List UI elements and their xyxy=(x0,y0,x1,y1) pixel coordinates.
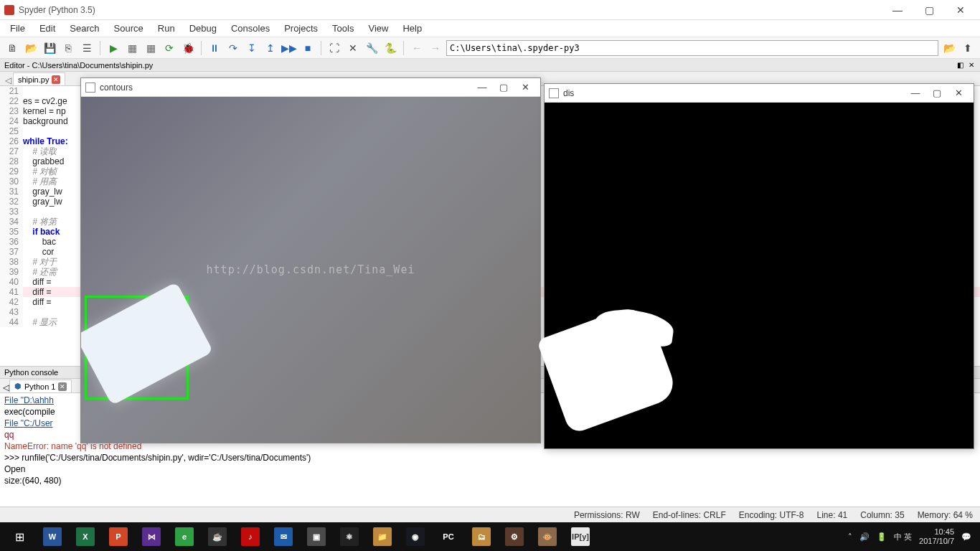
tab-close-icon[interactable]: ✕ xyxy=(58,382,67,391)
menu-projects[interactable]: Projects xyxy=(277,23,325,34)
status-line: Line: 41 xyxy=(817,510,848,520)
window-icon xyxy=(549,88,559,98)
tab-close-icon[interactable]: ✕ xyxy=(52,75,60,84)
tray-ime-icon[interactable]: 中 英 xyxy=(894,532,912,542)
status-encoding: Encoding: UTF-8 xyxy=(739,510,804,520)
separator xyxy=(100,41,100,55)
step-in-icon[interactable]: ↧ xyxy=(244,40,260,56)
taskbar-pycharm-icon[interactable]: PC xyxy=(432,523,465,550)
menu-tools[interactable]: Tools xyxy=(325,23,361,34)
python-path-icon[interactable]: 🐍 xyxy=(382,40,398,56)
taskbar-steam-icon[interactable]: ◉ xyxy=(399,523,432,550)
taskbar-netease-icon[interactable]: ♪ xyxy=(234,523,267,550)
taskbar-explorer-icon[interactable]: 🗂 xyxy=(465,523,498,550)
open-file-icon[interactable]: 📂 xyxy=(23,40,39,56)
taskbar-folder-icon[interactable]: 📁 xyxy=(366,523,399,550)
dis-image xyxy=(545,103,974,448)
popup-title: contours xyxy=(100,83,471,93)
parent-dir-icon[interactable]: ⬆ xyxy=(960,40,976,56)
maximize-button[interactable]: ▢ xyxy=(493,82,514,93)
menu-bar: File Edit Search Source Run Debug Consol… xyxy=(0,20,980,37)
menu-search[interactable]: Search xyxy=(62,23,106,34)
menu-file[interactable]: File xyxy=(3,23,32,34)
step-over-icon[interactable]: ↷ xyxy=(225,40,241,56)
taskbar-excel-icon[interactable]: X xyxy=(69,523,102,550)
editor-path-label: Editor - C:\Users\tina\Documents\shipin.… xyxy=(4,61,153,70)
console-tab-python1[interactable]: ⬢ Python 1 ✕ xyxy=(9,380,72,392)
status-column: Column: 35 xyxy=(860,510,904,520)
maximize-pane-icon[interactable]: ⛶ xyxy=(326,40,342,56)
system-tray[interactable]: ˄ 🔊 🔋 中 英 10:452017/10/7 💬 xyxy=(848,527,977,546)
console-line: Open xyxy=(4,463,976,475)
taskbar-atom-icon[interactable]: ⚛ xyxy=(333,523,366,550)
back-icon[interactable]: ← xyxy=(409,40,425,56)
close-button[interactable]: ✕ xyxy=(948,88,969,98)
minimize-button[interactable]: — xyxy=(905,88,926,98)
working-dir-input[interactable] xyxy=(446,40,938,56)
save-icon[interactable]: 💾 xyxy=(42,40,57,56)
contours-image: http://blog.csdn.net/Tina_Wei xyxy=(81,97,540,443)
popup-title-bar[interactable]: dis — ▢ ✕ xyxy=(545,84,974,103)
taskbar-java-icon[interactable]: ☕ xyxy=(201,523,234,550)
new-file-icon[interactable]: 🗎 xyxy=(4,40,20,56)
taskbar-jupyter-icon[interactable]: IP[y] xyxy=(564,523,597,550)
menu-view[interactable]: View xyxy=(361,23,395,34)
window-icon xyxy=(85,83,95,93)
run-cell-icon[interactable]: ▦ xyxy=(124,40,140,56)
maximize-button[interactable]: ▢ xyxy=(926,88,948,98)
taskbar-vm-icon[interactable]: ▣ xyxy=(300,523,333,550)
tab-prev-icon[interactable]: ◁ xyxy=(3,382,9,392)
menu-edit[interactable]: Edit xyxy=(32,23,62,34)
console-line: >>> runfile('C:/Users/tina/Documents/shi… xyxy=(4,452,976,463)
close-button[interactable]: ✕ xyxy=(951,4,970,16)
menu-source[interactable]: Source xyxy=(107,23,151,34)
maximize-button[interactable]: ▢ xyxy=(920,4,938,16)
separator xyxy=(403,41,404,55)
browse-dir-icon[interactable]: 📂 xyxy=(941,40,957,56)
start-button[interactable]: ⊞ xyxy=(3,523,36,550)
fullscreen-icon[interactable]: ✕ xyxy=(345,40,361,56)
stop-icon[interactable]: ■ xyxy=(300,40,316,56)
step-out-icon[interactable]: ↥ xyxy=(263,40,278,56)
popup-title-bar[interactable]: contours — ▢ ✕ xyxy=(81,78,540,97)
tab-prev-icon[interactable]: ◁ xyxy=(3,75,13,85)
menu-help[interactable]: Help xyxy=(395,23,429,34)
menu-run[interactable]: Run xyxy=(151,23,182,34)
run-icon[interactable]: ▶ xyxy=(105,40,121,56)
tray-chevron-icon[interactable]: ˄ xyxy=(848,532,852,542)
editor-pane-title: Editor - C:\Users\tina\Documents\shipin.… xyxy=(0,59,980,72)
taskbar-visualstudio-icon[interactable]: ⋈ xyxy=(135,523,168,550)
detected-object xyxy=(81,282,213,405)
debug-icon[interactable]: 🐞 xyxy=(180,40,196,56)
step-pause-icon[interactable]: ⏸ xyxy=(207,40,222,56)
run-selection-icon[interactable]: ⟳ xyxy=(161,40,177,56)
window-contours[interactable]: contours — ▢ ✕ http://blog.csdn.net/Tina… xyxy=(80,77,541,443)
save-all-icon[interactable]: ⎘ xyxy=(60,40,76,56)
preferences-icon[interactable]: 🔧 xyxy=(364,40,380,56)
tray-volume-icon[interactable]: 🔊 xyxy=(859,532,870,542)
tray-battery-icon[interactable]: 🔋 xyxy=(877,532,887,542)
tray-clock[interactable]: 10:452017/10/7 xyxy=(919,527,954,546)
close-button[interactable]: ✕ xyxy=(514,82,536,93)
list-icon[interactable]: ☰ xyxy=(79,40,95,56)
taskbar-powerpoint-icon[interactable]: P xyxy=(102,523,135,550)
run-cell-advance-icon[interactable]: ▦ xyxy=(143,40,159,56)
taskbar-word-icon[interactable]: W xyxy=(36,523,69,550)
tray-notifications-icon[interactable]: 💬 xyxy=(961,532,971,542)
windows-taskbar: ⊞ W X P ⋈ e ☕ ♪ ✉ ▣ ⚛ 📁 ◉ PC 🗂 ⚙ 🐵 IP[y]… xyxy=(0,522,980,551)
pane-controls[interactable]: ◧ ✕ xyxy=(957,61,976,69)
menu-debug[interactable]: Debug xyxy=(182,23,224,34)
taskbar-360browser-icon[interactable]: e xyxy=(168,523,201,550)
window-title: Spyder (Python 3.5) xyxy=(19,5,888,15)
forward-icon[interactable]: → xyxy=(428,40,443,56)
editor-tab-shipin[interactable]: shipin.py ✕ xyxy=(13,72,65,85)
taskbar-thunderbird-icon[interactable]: ✉ xyxy=(267,523,300,550)
continue-icon[interactable]: ▶▶ xyxy=(281,40,297,56)
minimize-button[interactable]: — xyxy=(888,4,907,16)
minimize-button[interactable]: — xyxy=(471,82,493,93)
taskbar-app-icon[interactable]: ⚙ xyxy=(498,523,531,550)
window-dis[interactable]: dis — ▢ ✕ xyxy=(544,83,974,449)
menu-consoles[interactable]: Consoles xyxy=(224,23,277,34)
taskbar-app-icon[interactable]: 🐵 xyxy=(531,523,564,550)
status-memory: Memory: 64 % xyxy=(918,510,973,520)
